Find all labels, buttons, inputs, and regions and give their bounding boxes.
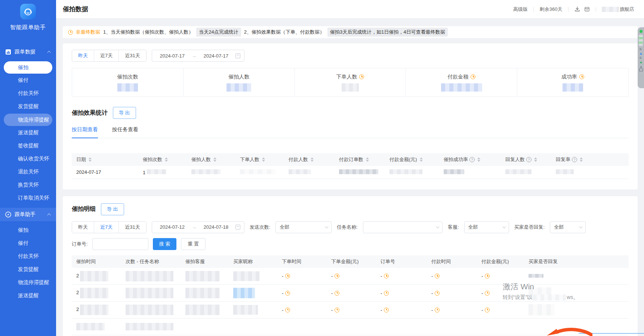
range-7days-button[interactable]: 近7天 [94,50,119,61]
range-31days-button[interactable]: 近31天 [119,222,146,233]
sidebar-section-gendan-zhushou[interactable]: 跟单助手 [0,208,56,221]
detail-table-row: 2 - - - - - [72,268,629,285]
effect-export-button[interactable]: 导 出 [113,107,136,119]
cell-success-rate [439,166,501,179]
col-reply-people[interactable]: 回复人数 [501,153,551,166]
range-yesterday-button[interactable]: 昨天 [72,222,94,233]
sort-icon[interactable] [311,157,314,162]
col-cuipai-people[interactable]: 催拍人数 [187,153,235,166]
cell-times-task [121,268,181,285]
sidebar-item-cuifu[interactable]: 催付 [0,74,56,87]
col-cuipai-count[interactable]: 催拍次数 [138,153,187,166]
calendar-icon[interactable] [584,6,590,12]
sidebar-item-fukuan-guanhuai-2[interactable]: 付款关怀 [0,250,56,263]
order-number-input[interactable] [92,238,148,250]
sort-icon[interactable] [534,157,537,162]
sidebar-item-wuliu-tingzhi[interactable]: 物流停滞提醒 [4,114,52,126]
task-name-select[interactable] [363,221,443,233]
sort-icon[interactable] [89,157,92,162]
censored-value [80,288,108,298]
cell-order-number [376,318,427,335]
cell-order-time [277,318,327,335]
range-7days-button[interactable]: 近7天 [94,222,119,233]
sidebar-item-dingdan-quxiao[interactable]: 订单取消关怀 [0,192,56,205]
sidebar-item-paisong-tixing[interactable]: 派送提醒 [0,126,56,139]
sidebar-item-fukuan-guanhuai[interactable]: 付款关怀 [0,87,56,100]
sidebar-item-cuipai[interactable]: 催拍 [4,61,52,74]
buyer-reply-select[interactable]: 全部 [550,221,586,233]
censored-value [529,287,552,299]
col-label: 付款人数 [289,156,308,163]
cell-value: - [331,273,333,279]
sidebar-item-queren-shouhuo[interactable]: 确认收货关怀 [0,152,56,166]
floating-monitor-widget[interactable]: 0. 0. [638,27,644,88]
sidebar-item-fahuo-tixing-2[interactable]: 发货提醒 [0,263,56,276]
sort-icon[interactable] [477,157,480,162]
tab-by-date[interactable]: 按日期查看 [72,126,98,138]
stat-label: 催拍次数 [117,74,138,80]
app-name: 智能跟单助手 [0,24,56,31]
censored-value [556,169,574,174]
sidebar-item-fahuo-tixing[interactable]: 发货提醒 [0,100,56,113]
sidebar-item-huanhuo-guanhuai[interactable]: 换货关怀 [0,179,56,192]
cell-cuipai-cs [181,285,229,302]
col-reply-rate[interactable]: 回复率 [551,153,629,166]
censored-value [441,83,482,92]
cell-order-amount: - [327,302,376,318]
question-icon[interactable] [526,157,531,162]
sort-icon[interactable] [213,157,216,162]
cell-buyer-reply [524,285,629,302]
notice-highlight-2: 催拍3天后完成统计，如1日催拍，4日可查看最终数据 [327,28,448,37]
cell-value: 1 [143,170,145,175]
col-pay-amount[interactable]: 付款金额(元) [385,153,439,166]
range-yesterday-button[interactable]: 昨天 [72,50,94,61]
detail-export-button[interactable]: 导 出 [101,203,124,215]
overview-date-range-picker[interactable]: 2024-07-17 → 2024-07-17 [152,50,244,62]
col-times-task-name: 次数 - 任务名称 [121,255,181,268]
cs-select[interactable]: 全部 [464,221,509,233]
download-icon[interactable] [574,6,580,12]
col-success-rate[interactable]: 催拍成功率 [439,153,501,166]
col-date[interactable]: 日期 [72,153,138,166]
detail-filter-row: 昨天 近7天 近31天 2024-07-12 → 2024-07-18 发送次数… [72,221,629,233]
col-label: 催拍人数 [191,156,211,163]
cell-order-people [235,166,284,179]
range-31days-button[interactable]: 近31天 [119,50,146,61]
question-icon[interactable] [469,157,475,162]
overview-range-group: 昨天 近7天 近31天 [72,50,147,62]
calendar-icon [235,225,240,229]
cell-value: - [282,273,283,279]
sort-icon[interactable] [366,157,369,162]
sort-icon[interactable] [262,157,265,162]
pending-clock-icon [435,291,440,296]
share-icon [639,68,643,71]
sidebar-item-cuifu-2[interactable]: 催付 [0,237,56,250]
sidebar-item-paisong-tixing-2[interactable]: 派送提醒 [0,289,56,302]
store-name[interactable]: 旗舰店 [602,6,634,13]
sidebar-item-wuliu-tingzhi-2[interactable]: 物流停滞提醒 [0,276,56,289]
cell-value: - [331,290,333,296]
sort-icon[interactable] [420,157,423,162]
reset-button[interactable]: 重 置 [181,238,206,250]
col-order-people[interactable]: 下单人数 [235,153,284,166]
sort-icon[interactable] [165,157,168,162]
sidebar-item-tuikuan-guanhuai[interactable]: 退款关怀 [0,166,56,179]
question-icon[interactable] [572,157,577,162]
pending-clock-icon [471,74,475,79]
cell-cuipai-time: 2 [72,302,121,318]
send-count-select[interactable]: 全部 [275,221,332,233]
cell-value: - [481,290,483,296]
sidebar-item-cuipai-2[interactable]: 催拍 [0,224,56,237]
sort-icon[interactable] [580,157,583,162]
search-button[interactable]: 搜 索 [153,238,177,250]
col-label: 回复率 [556,156,570,163]
detail-date-range-picker[interactable]: 2024-07-12 → 2024-07-18 [152,221,244,233]
col-pay-orders[interactable]: 付款订单数 [335,153,385,166]
sidebar-item-qianshou-tixing[interactable]: 签收提醒 [0,139,56,152]
col-pay-people[interactable]: 付款人数 [284,153,335,166]
tab-by-task[interactable]: 按任务查看 [112,126,138,138]
sidebar-section-gendan-data[interactable]: 跟单数据 [0,45,56,59]
stat-cuipai-people: 催拍人数 [183,68,295,96]
green-status-dot [640,30,643,33]
cell-pay-time: - [427,285,477,302]
